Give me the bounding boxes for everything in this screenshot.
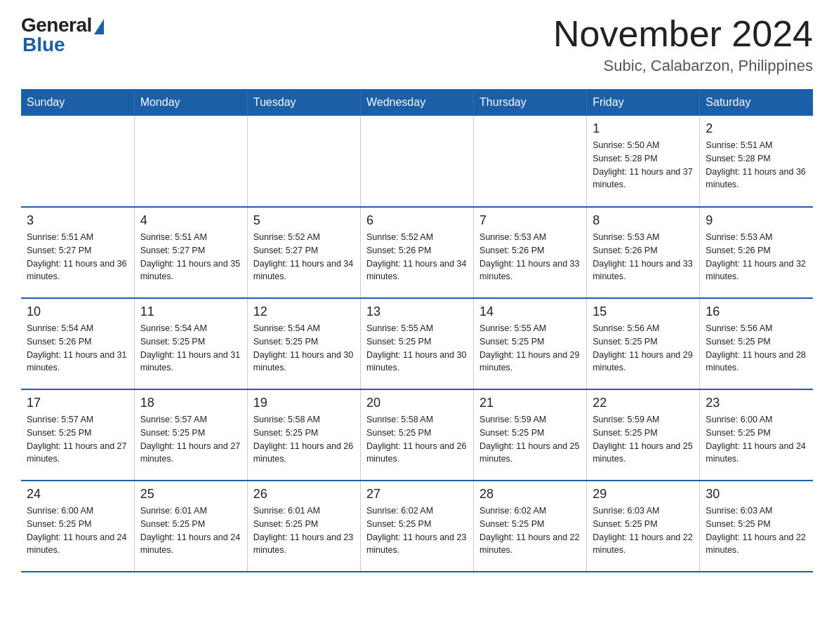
calendar-cell: 21Sunrise: 5:59 AMSunset: 5:25 PMDayligh… <box>474 389 587 481</box>
day-number: 25 <box>140 487 241 502</box>
calendar-cell: 30Sunrise: 6:03 AMSunset: 5:25 PMDayligh… <box>700 481 813 572</box>
calendar-cell: 8Sunrise: 5:53 AMSunset: 5:26 PMDaylight… <box>587 207 700 298</box>
day-info: Sunrise: 6:01 AMSunset: 5:25 PMDaylight:… <box>140 504 241 557</box>
header-saturday: Saturday <box>700 89 813 116</box>
day-number: 13 <box>366 304 468 319</box>
day-info: Sunrise: 5:53 AMSunset: 5:26 PMDaylight:… <box>706 231 807 283</box>
day-number: 6 <box>366 213 468 228</box>
calendar-cell <box>474 116 587 207</box>
day-number: 18 <box>140 396 241 410</box>
day-info: Sunrise: 6:03 AMSunset: 5:25 PMDaylight:… <box>593 504 694 557</box>
calendar-cell <box>21 116 134 207</box>
calendar-cell: 4Sunrise: 5:51 AMSunset: 5:27 PMDaylight… <box>134 207 247 298</box>
main-title: November 2024 <box>553 14 813 54</box>
calendar-cell: 23Sunrise: 6:00 AMSunset: 5:25 PMDayligh… <box>700 389 813 481</box>
calendar-cell: 28Sunrise: 6:02 AMSunset: 5:25 PMDayligh… <box>474 481 587 572</box>
day-info: Sunrise: 5:51 AMSunset: 5:27 PMDaylight:… <box>140 231 241 283</box>
day-number: 27 <box>366 487 468 502</box>
day-number: 7 <box>479 213 581 228</box>
calendar-cell: 15Sunrise: 5:56 AMSunset: 5:25 PMDayligh… <box>587 298 700 389</box>
header-tuesday: Tuesday <box>247 89 360 116</box>
calendar-cell: 27Sunrise: 6:02 AMSunset: 5:25 PMDayligh… <box>360 481 473 572</box>
logo-blue-text: Blue <box>22 34 65 56</box>
calendar-cell: 24Sunrise: 6:00 AMSunset: 5:25 PMDayligh… <box>21 481 134 572</box>
header-thursday: Thursday <box>474 89 587 116</box>
day-number: 21 <box>479 396 581 410</box>
day-number: 30 <box>706 487 807 502</box>
title-area: November 2024 Subic, Calabarzon, Philipp… <box>553 14 813 75</box>
day-info: Sunrise: 5:57 AMSunset: 5:25 PMDaylight:… <box>140 413 241 466</box>
day-number: 23 <box>706 396 807 410</box>
header-monday: Monday <box>134 89 247 116</box>
day-info: Sunrise: 5:53 AMSunset: 5:26 PMDaylight:… <box>479 231 581 283</box>
header-wednesday: Wednesday <box>360 89 473 116</box>
calendar-cell: 17Sunrise: 5:57 AMSunset: 5:25 PMDayligh… <box>21 389 134 481</box>
calendar-week-4: 24Sunrise: 6:00 AMSunset: 5:25 PMDayligh… <box>21 481 813 572</box>
day-number: 10 <box>27 304 128 319</box>
day-number: 26 <box>253 487 355 502</box>
day-info: Sunrise: 5:51 AMSunset: 5:27 PMDaylight:… <box>27 231 128 283</box>
calendar-table: SundayMondayTuesdayWednesdayThursdayFrid… <box>21 89 813 572</box>
day-info: Sunrise: 6:00 AMSunset: 5:25 PMDaylight:… <box>27 504 128 557</box>
calendar-cell: 1Sunrise: 5:50 AMSunset: 5:28 PMDaylight… <box>587 116 700 207</box>
calendar-cell: 14Sunrise: 5:55 AMSunset: 5:25 PMDayligh… <box>474 298 587 389</box>
day-info: Sunrise: 5:58 AMSunset: 5:25 PMDaylight:… <box>253 413 355 466</box>
calendar-cell: 2Sunrise: 5:51 AMSunset: 5:28 PMDaylight… <box>700 116 813 207</box>
calendar-cell: 29Sunrise: 6:03 AMSunset: 5:25 PMDayligh… <box>587 481 700 572</box>
header-sunday: Sunday <box>21 89 134 116</box>
day-info: Sunrise: 5:50 AMSunset: 5:28 PMDaylight:… <box>593 139 694 192</box>
day-info: Sunrise: 5:58 AMSunset: 5:25 PMDaylight:… <box>366 413 468 466</box>
calendar-cell: 5Sunrise: 5:52 AMSunset: 5:27 PMDaylight… <box>247 207 360 298</box>
calendar-week-2: 10Sunrise: 5:54 AMSunset: 5:26 PMDayligh… <box>21 298 813 389</box>
calendar-week-3: 17Sunrise: 5:57 AMSunset: 5:25 PMDayligh… <box>21 389 813 481</box>
day-number: 28 <box>479 487 581 502</box>
header: General Blue November 2024 Subic, Calaba… <box>21 14 813 75</box>
day-info: Sunrise: 5:52 AMSunset: 5:27 PMDaylight:… <box>253 231 355 283</box>
calendar-cell: 7Sunrise: 5:53 AMSunset: 5:26 PMDaylight… <box>474 207 587 298</box>
day-number: 1 <box>593 121 694 136</box>
day-info: Sunrise: 5:52 AMSunset: 5:26 PMDaylight:… <box>366 231 468 283</box>
day-info: Sunrise: 6:02 AMSunset: 5:25 PMDaylight:… <box>366 504 468 557</box>
calendar-cell: 25Sunrise: 6:01 AMSunset: 5:25 PMDayligh… <box>134 481 247 572</box>
day-number: 9 <box>706 213 807 228</box>
day-info: Sunrise: 5:59 AMSunset: 5:25 PMDaylight:… <box>479 413 581 466</box>
day-info: Sunrise: 5:59 AMSunset: 5:25 PMDaylight:… <box>593 413 694 466</box>
calendar-week-1: 3Sunrise: 5:51 AMSunset: 5:27 PMDaylight… <box>21 207 813 298</box>
day-info: Sunrise: 5:51 AMSunset: 5:28 PMDaylight:… <box>706 139 807 192</box>
day-info: Sunrise: 5:54 AMSunset: 5:26 PMDaylight:… <box>27 322 128 375</box>
calendar-cell <box>360 116 473 207</box>
day-number: 11 <box>140 304 241 319</box>
day-info: Sunrise: 5:54 AMSunset: 5:25 PMDaylight:… <box>140 322 241 375</box>
day-number: 14 <box>479 304 581 319</box>
calendar-header-row: SundayMondayTuesdayWednesdayThursdayFrid… <box>21 89 813 116</box>
calendar-cell: 20Sunrise: 5:58 AMSunset: 5:25 PMDayligh… <box>360 389 473 481</box>
day-info: Sunrise: 5:55 AMSunset: 5:25 PMDaylight:… <box>366 322 468 375</box>
calendar-cell: 16Sunrise: 5:56 AMSunset: 5:25 PMDayligh… <box>700 298 813 389</box>
day-info: Sunrise: 5:56 AMSunset: 5:25 PMDaylight:… <box>706 322 807 375</box>
day-number: 12 <box>253 304 355 319</box>
day-info: Sunrise: 6:01 AMSunset: 5:25 PMDaylight:… <box>253 504 355 557</box>
calendar-week-0: 1Sunrise: 5:50 AMSunset: 5:28 PMDaylight… <box>21 116 813 207</box>
day-number: 16 <box>706 304 807 319</box>
calendar-cell: 11Sunrise: 5:54 AMSunset: 5:25 PMDayligh… <box>134 298 247 389</box>
header-friday: Friday <box>587 89 700 116</box>
day-info: Sunrise: 5:53 AMSunset: 5:26 PMDaylight:… <box>593 231 694 283</box>
calendar-cell <box>134 116 247 207</box>
calendar-cell: 12Sunrise: 5:54 AMSunset: 5:25 PMDayligh… <box>247 298 360 389</box>
calendar-cell: 9Sunrise: 5:53 AMSunset: 5:26 PMDaylight… <box>700 207 813 298</box>
day-info: Sunrise: 6:03 AMSunset: 5:25 PMDaylight:… <box>706 504 807 557</box>
day-number: 8 <box>593 213 694 228</box>
day-info: Sunrise: 5:57 AMSunset: 5:25 PMDaylight:… <box>27 413 128 466</box>
calendar-cell <box>247 116 360 207</box>
day-info: Sunrise: 5:54 AMSunset: 5:25 PMDaylight:… <box>253 322 355 375</box>
logo-triangle-icon <box>94 19 104 34</box>
day-info: Sunrise: 6:02 AMSunset: 5:25 PMDaylight:… <box>479 504 581 557</box>
day-number: 15 <box>593 304 694 319</box>
calendar-cell: 26Sunrise: 6:01 AMSunset: 5:25 PMDayligh… <box>247 481 360 572</box>
day-number: 22 <box>593 396 694 410</box>
day-number: 3 <box>27 213 128 228</box>
day-number: 29 <box>593 487 694 502</box>
day-number: 19 <box>253 396 355 410</box>
day-number: 20 <box>366 396 468 410</box>
calendar-cell: 18Sunrise: 5:57 AMSunset: 5:25 PMDayligh… <box>134 389 247 481</box>
